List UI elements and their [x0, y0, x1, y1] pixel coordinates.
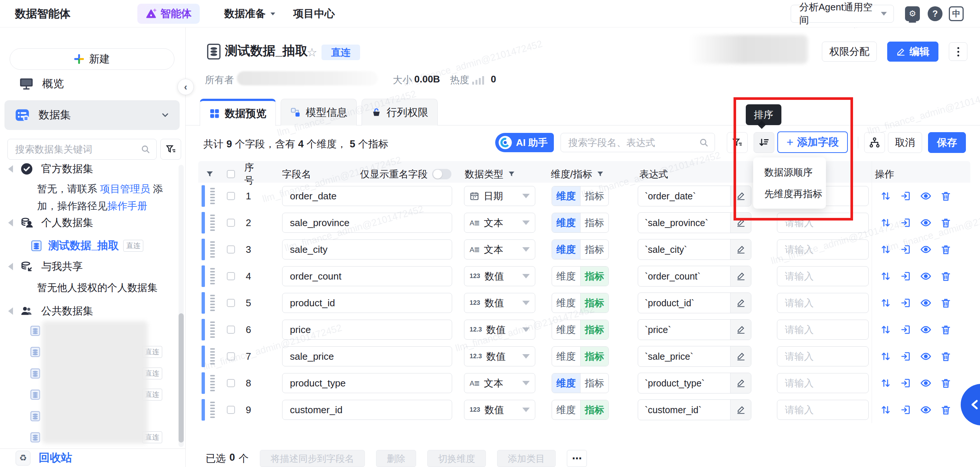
tree-expand-icon[interactable] — [8, 307, 13, 315]
preview-field-button[interactable] — [920, 351, 931, 362]
batch-button[interactable]: 切换维度 — [427, 450, 486, 467]
role-metric[interactable]: 指标 — [580, 267, 609, 286]
insert-field-button[interactable] — [900, 351, 911, 362]
insert-field-button[interactable] — [900, 271, 911, 282]
role-dimension[interactable]: 维度 — [552, 213, 580, 232]
permission-button[interactable]: 权限分配 — [822, 41, 877, 62]
edit-expression-button[interactable] — [730, 346, 751, 366]
edit-button[interactable]: 编辑 — [887, 41, 939, 62]
role-metric[interactable]: 指标 — [580, 240, 609, 259]
star-icon[interactable]: ☆ — [307, 45, 317, 59]
edit-expression-button[interactable] — [730, 266, 751, 286]
move-field-button[interactable] — [880, 271, 891, 282]
edit-expression-button[interactable] — [730, 373, 751, 393]
role-metric[interactable]: 指标 — [580, 186, 609, 206]
batch-button[interactable]: 删除 — [376, 450, 416, 467]
nav-data-prepare[interactable]: 数据准备 — [224, 0, 276, 27]
role-metric[interactable]: 指标 — [580, 373, 609, 393]
row-checkbox[interactable] — [227, 379, 235, 387]
sidebar-collapse-button[interactable]: ‹ — [177, 79, 194, 95]
insert-field-button[interactable] — [900, 378, 911, 389]
delete-field-button[interactable] — [940, 324, 951, 335]
more-batch-actions-button[interactable]: ⋯ — [567, 450, 587, 467]
role-dimension[interactable]: 维度 — [552, 400, 580, 419]
role-metric[interactable]: 指标 — [580, 347, 609, 366]
row-checkbox[interactable] — [227, 326, 235, 334]
field-name-input[interactable] — [282, 240, 452, 259]
tree-group-public[interactable]: 公共数据集 — [0, 302, 185, 320]
tree-expand-icon[interactable] — [8, 219, 13, 226]
preview-field-button[interactable] — [920, 244, 931, 255]
description-input[interactable] — [777, 266, 869, 286]
tree-group-personal[interactable]: 个人数据集 — [0, 213, 185, 232]
tab-model-info[interactable]: 模型信息 — [281, 99, 357, 125]
sidebar-scrollbar-thumb[interactable] — [178, 313, 184, 443]
role-dimension[interactable]: 维度 — [552, 186, 580, 206]
edit-expression-button[interactable] — [730, 400, 751, 420]
recycle-bin-row[interactable]: ♻ 回收站 — [0, 448, 185, 467]
preview-field-button[interactable] — [920, 324, 931, 335]
drag-handle-icon[interactable] — [210, 188, 215, 204]
more-actions-button[interactable] — [949, 42, 967, 61]
type-select[interactable]: A≣ 文本 — [464, 213, 535, 233]
admin-link[interactable]: 项目管理员 — [100, 183, 150, 195]
tree-expand-icon[interactable] — [8, 165, 13, 173]
manual-link[interactable]: 操作手册 — [107, 200, 147, 211]
tab-data-preview[interactable]: 数据预览 — [200, 99, 276, 126]
description-input[interactable] — [777, 319, 869, 340]
move-field-button[interactable] — [880, 324, 891, 335]
insert-field-button[interactable] — [900, 217, 911, 228]
role-metric[interactable]: 指标 — [580, 400, 609, 419]
edit-expression-button[interactable] — [730, 319, 751, 340]
move-field-button[interactable] — [880, 244, 891, 255]
drag-handle-icon[interactable] — [210, 268, 215, 284]
insert-field-button[interactable] — [900, 191, 911, 202]
preview-field-button[interactable] — [920, 271, 931, 282]
type-select[interactable]: 123 数值 — [464, 400, 535, 420]
type-select[interactable]: A≣ 文本 — [464, 240, 535, 259]
tree-group-official[interactable]: 官方数据集 — [0, 160, 185, 178]
role-dimension[interactable]: 维度 — [552, 293, 580, 313]
edit-expression-button[interactable] — [730, 240, 751, 259]
row-checkbox[interactable] — [227, 192, 235, 200]
drag-handle-icon[interactable] — [210, 348, 215, 365]
role-metric[interactable]: 指标 — [580, 213, 609, 232]
description-input[interactable] — [777, 373, 869, 393]
language-icon[interactable]: 中 — [949, 6, 964, 21]
preview-field-button[interactable] — [920, 217, 931, 228]
delete-field-button[interactable] — [940, 378, 951, 389]
role-dimension[interactable]: 维度 — [552, 347, 580, 366]
row-checkbox[interactable] — [227, 406, 235, 414]
batch-button[interactable]: 添加类目 — [497, 450, 556, 467]
workbench-icon[interactable]: ⚙ — [905, 6, 920, 21]
row-checkbox[interactable] — [227, 245, 235, 254]
field-name-input[interactable] — [282, 319, 452, 340]
ai-assistant-button[interactable]: AI 助手 — [495, 133, 554, 152]
role-dimension[interactable]: 维度 — [552, 320, 580, 339]
type-select[interactable]: 12.3 数值 — [464, 346, 535, 366]
dup-only-toggle[interactable] — [432, 169, 452, 179]
save-button[interactable]: 保存 — [928, 132, 966, 153]
field-name-input[interactable] — [282, 400, 452, 420]
lineage-button[interactable] — [864, 132, 885, 153]
drag-handle-icon[interactable] — [210, 295, 215, 311]
field-name-input[interactable] — [282, 213, 452, 233]
edit-expression-button[interactable] — [730, 293, 751, 313]
delete-field-button[interactable] — [940, 404, 951, 415]
field-name-input[interactable] — [282, 373, 452, 393]
batch-button[interactable]: 将描述同步到字段名 — [260, 450, 365, 467]
drag-handle-icon[interactable] — [210, 241, 215, 257]
move-field-button[interactable] — [880, 191, 891, 202]
preview-field-button[interactable] — [920, 191, 931, 202]
row-checkbox[interactable] — [227, 272, 235, 280]
drag-handle-icon[interactable] — [210, 321, 215, 338]
insert-field-button[interactable] — [900, 404, 911, 415]
select-all-checkbox[interactable] — [227, 170, 235, 178]
tab-row-col-permission[interactable]: 行列权限 — [361, 99, 438, 125]
cancel-button[interactable]: 取消 — [888, 132, 922, 153]
move-field-button[interactable] — [880, 404, 891, 415]
row-checkbox[interactable] — [227, 352, 235, 361]
nav-agent[interactable]: 智能体 — [137, 4, 200, 24]
description-input[interactable] — [777, 346, 869, 366]
delete-field-button[interactable] — [940, 297, 951, 308]
